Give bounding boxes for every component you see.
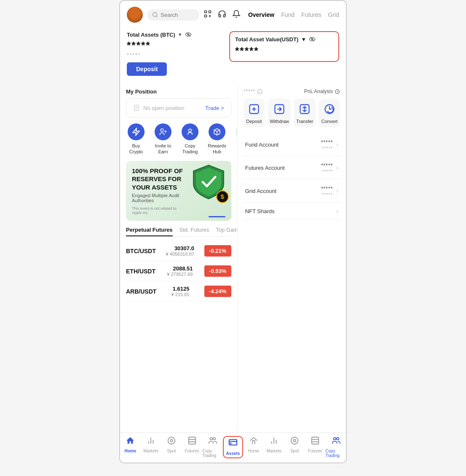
banner-title: 100% PROOF OF RESERVES FOR YOUR ASSETS (132, 167, 183, 192)
futures-right-label: Futures (308, 449, 322, 453)
home-label: Home (124, 449, 136, 453)
nav-home-right[interactable]: Home (243, 435, 264, 459)
market-row-btc[interactable]: BTC/USDT 30307.0 ¥ 4056310.87 -0.21% (126, 241, 231, 261)
usdt-hide-icon[interactable] (309, 36, 316, 43)
svg-point-21 (189, 129, 192, 132)
withdraw-btn-label: Withdraw (270, 119, 289, 124)
quick-action-rewards[interactable]: RewardsHub (207, 123, 227, 155)
action-transfer[interactable]: Transfer (294, 99, 315, 127)
nav-copy-trading-right[interactable]: Copy Trading (325, 435, 346, 459)
pnl-info: ***** PnL Analysis (244, 88, 340, 94)
grid-chevron: › (336, 187, 338, 194)
trade-link[interactable]: Trade > (205, 105, 224, 111)
transfer-icon (297, 102, 312, 116)
tab-futures[interactable]: Futures (301, 11, 321, 18)
action-withdraw[interactable]: Withdraw (268, 99, 291, 127)
action-deposit[interactable]: Deposit (244, 99, 265, 127)
avatar[interactable] (127, 7, 143, 23)
quick-action-buy-crypto[interactable]: Buy Crypto (126, 123, 146, 155)
assets-dropdown-icon[interactable]: ▼ (178, 32, 182, 37)
svg-point-44 (210, 438, 213, 440)
nav-spot[interactable]: Spot (161, 435, 182, 459)
bell-icon[interactable] (232, 10, 241, 20)
arb-usdt-pair: ARB/USDT (126, 288, 156, 295)
copy-trading-nav-icon (208, 436, 217, 447)
svg-point-45 (213, 438, 216, 440)
nav-futures[interactable]: Futures (182, 435, 202, 459)
usdt-dropdown-icon[interactable]: ▼ (301, 36, 306, 43)
rewards-icon (209, 123, 225, 140)
svg-line-1 (156, 16, 158, 17)
quick-action-more[interactable]: ⋯ More (234, 123, 238, 149)
deposit-btn-label: Deposit (246, 119, 262, 124)
futures-icon (187, 436, 197, 447)
deposit-button[interactable]: Deposit (127, 62, 167, 76)
svg-point-57 (336, 438, 339, 440)
nav-markets[interactable]: Markets (141, 435, 161, 459)
tab-fund[interactable]: Fund (281, 11, 295, 18)
tab-perpetual-futures[interactable]: Perpetual Futures (126, 227, 173, 236)
header: Overview Fund Futures Grid (120, 1, 346, 27)
spot-right-label: Spot (290, 449, 299, 453)
scan-icon[interactable] (204, 10, 212, 20)
arb-prices: 1.6125 ¥ 215.81 (171, 286, 190, 297)
futures-account-row[interactable]: Futures Account ***** ***** › (244, 156, 340, 179)
grid-account-row[interactable]: Grid Account ***** ***** › (244, 179, 340, 203)
nav-assets[interactable]: Assets (223, 435, 244, 459)
pnl-stars-value: ***** (244, 88, 255, 94)
futures-account-name: Futures Account (245, 165, 285, 171)
nft-shards-row[interactable]: NFT Shards › (244, 203, 340, 220)
nav-spot-right[interactable]: Spot (284, 435, 305, 459)
document-icon (133, 104, 140, 111)
svg-rect-3 (209, 11, 211, 13)
fund-account-row[interactable]: Fund Account ***** ***** › (244, 133, 340, 156)
convert-btn-label: Convert (321, 119, 337, 124)
spot-label: Spot (167, 449, 176, 453)
nav-home[interactable]: Home (120, 435, 141, 459)
tab-grid[interactable]: Grid (328, 11, 339, 18)
search-bar[interactable] (147, 9, 199, 21)
market-row-arb[interactable]: ARB/USDT 1.6125 ¥ 215.81 -4.24% (126, 281, 231, 302)
nav-futures-right[interactable]: Futures (305, 435, 326, 459)
svg-point-40 (170, 439, 173, 442)
futures-chevron: › (336, 164, 338, 171)
tab-overview[interactable]: Overview (248, 11, 274, 18)
right-panel: ***** PnL Analysis (238, 83, 346, 432)
nav-copy-trading-left[interactable]: Copy Trading (202, 435, 223, 459)
banner-subtitle: Engaged Multiple Audit Authorities (132, 193, 183, 203)
copy-trading-right-label: Copy Trading (325, 449, 346, 458)
futures-right-icon (311, 436, 320, 447)
action-convert[interactable]: Convert (319, 99, 340, 127)
assets-hide-icon[interactable] (185, 31, 192, 38)
total-asset-usdt-value: ***** (235, 45, 333, 57)
promo-banner[interactable]: 100% PROOF OF RESERVES FOR YOUR ASSETS E… (126, 161, 231, 221)
svg-point-39 (168, 437, 175, 444)
buy-crypto-label: Buy Crypto (126, 143, 146, 155)
nft-shards-values: › (336, 208, 338, 214)
btc-usdt-pair: BTC/USDT (126, 248, 156, 254)
grid-account-name: Grid Account (245, 188, 276, 194)
quick-action-invite[interactable]: Invite toEarn (153, 123, 173, 155)
pnl-analysis-btn[interactable]: PnL Analysis (304, 88, 340, 94)
market-tabs: Perpetual Futures Std. Futures Top Gaine… (126, 227, 231, 237)
market-row-eth[interactable]: ETH/USDT 2088.51 ¥ 279527.69 -0.53% (126, 261, 231, 281)
fund-account-values: ***** ***** › (321, 138, 338, 151)
svg-point-22 (191, 129, 193, 130)
quick-action-copy-trading[interactable]: CopyTrading (180, 123, 200, 155)
svg-rect-41 (188, 437, 196, 444)
eth-usdt-pair: ETH/USDT (126, 268, 155, 275)
left-panel: My Position No open position Trade > (120, 83, 238, 432)
nav-tabs: Overview Fund Futures Grid (248, 11, 339, 18)
nav-markets-right[interactable]: Markets (264, 435, 284, 459)
tab-top-gainers[interactable]: Top Gainers (216, 227, 237, 236)
tab-std-futures[interactable]: Std. Futures (179, 227, 209, 236)
info-icon[interactable] (257, 89, 262, 94)
svg-marker-17 (133, 128, 139, 136)
total-assets-btc-sub: ***** (127, 52, 225, 58)
svg-point-47 (230, 443, 231, 444)
headset-icon[interactable] (218, 10, 226, 20)
copy-trading-label: CopyTrading (182, 143, 198, 155)
copy-trading-icon (182, 123, 198, 140)
bottom-nav: Home Markets Spot (120, 432, 346, 463)
search-input[interactable] (161, 12, 194, 18)
